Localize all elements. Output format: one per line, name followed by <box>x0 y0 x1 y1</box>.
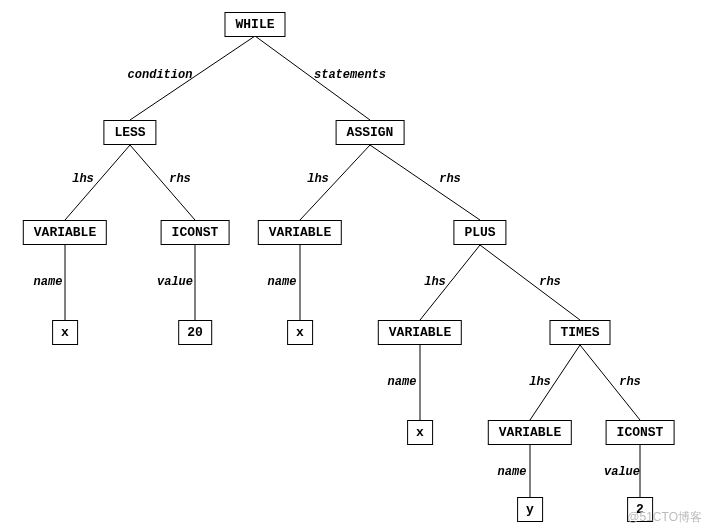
edge-statements: statements <box>314 68 386 82</box>
edge-condition: condition <box>128 68 193 82</box>
leaf-y: y <box>517 497 543 522</box>
edge-times-rhs: rhs <box>619 375 641 389</box>
node-variable-1: VARIABLE <box>23 220 107 245</box>
node-times: TIMES <box>549 320 610 345</box>
node-variable-4: VARIABLE <box>488 420 572 445</box>
edge-iconst1-value: value <box>157 275 193 289</box>
edge-plus-lhs: lhs <box>424 275 446 289</box>
node-iconst-2: ICONST <box>606 420 675 445</box>
node-iconst-1: ICONST <box>161 220 230 245</box>
leaf-x-2: x <box>287 320 313 345</box>
edge-less-lhs: lhs <box>72 172 94 186</box>
edge-var4-name: name <box>498 465 527 479</box>
svg-line-5 <box>370 145 480 220</box>
leaf-20: 20 <box>178 320 212 345</box>
edge-less-rhs: rhs <box>169 172 191 186</box>
edge-assign-rhs: rhs <box>439 172 461 186</box>
node-variable-2: VARIABLE <box>258 220 342 245</box>
watermark: @51CTO博客 <box>627 509 702 526</box>
node-less: LESS <box>103 120 156 145</box>
edge-var1-name: name <box>34 275 63 289</box>
edge-assign-lhs: lhs <box>307 172 329 186</box>
svg-line-10 <box>480 245 580 320</box>
edge-iconst2-value: value <box>604 465 640 479</box>
leaf-x-1: x <box>52 320 78 345</box>
edge-var2-name: name <box>268 275 297 289</box>
edge-plus-rhs: rhs <box>539 275 561 289</box>
edge-var3-name: name <box>388 375 417 389</box>
edge-times-lhs: lhs <box>529 375 551 389</box>
node-assign: ASSIGN <box>336 120 405 145</box>
leaf-x-3: x <box>407 420 433 445</box>
node-variable-3: VARIABLE <box>378 320 462 345</box>
node-plus: PLUS <box>453 220 506 245</box>
node-while: WHILE <box>224 12 285 37</box>
